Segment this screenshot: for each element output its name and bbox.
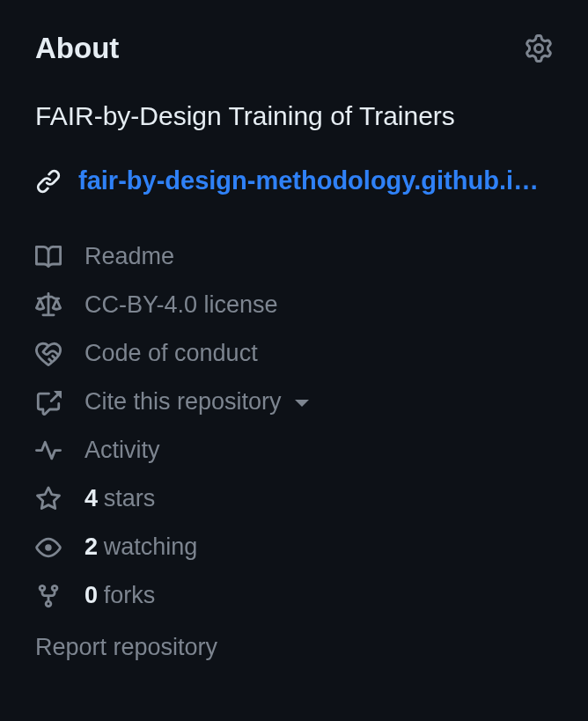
forks-link[interactable]: 0forks [35, 571, 553, 620]
repo-description: FAIR-by-Design Training of Trainers [35, 99, 553, 133]
report-repository-link[interactable]: Report repository [35, 634, 553, 661]
settings-button[interactable] [525, 34, 553, 63]
gear-icon [525, 34, 553, 63]
watching-count: 2 [85, 533, 98, 560]
license-link[interactable]: CC-BY-4.0 license [35, 281, 553, 329]
stars-link[interactable]: 4stars [35, 475, 553, 523]
conduct-label: Code of conduct [85, 340, 258, 367]
pulse-icon [35, 438, 63, 464]
about-title: About [35, 32, 119, 65]
book-icon [35, 244, 63, 270]
readme-link[interactable]: Readme [35, 232, 553, 281]
activity-label: Activity [85, 437, 160, 464]
cite-label: Cite this repository [85, 388, 282, 415]
homepage-link[interactable]: fair-by-design-methodology.github.io/… [78, 166, 553, 195]
law-icon [35, 292, 63, 319]
watching-label: watching [104, 533, 198, 560]
watching-link[interactable]: 2watching [35, 523, 553, 571]
cite-button[interactable]: Cite this repository [35, 378, 553, 426]
forks-count: 0 [85, 582, 98, 608]
activity-link[interactable]: Activity [35, 426, 553, 475]
cross-reference-icon [35, 389, 63, 416]
link-icon [35, 168, 62, 195]
eye-icon [35, 534, 63, 561]
readme-label: Readme [85, 243, 174, 270]
stars-label: stars [104, 485, 156, 511]
code-of-conduct-icon [35, 341, 63, 367]
stars-count: 4 [85, 485, 98, 511]
repo-forked-icon [35, 583, 63, 609]
forks-label: forks [104, 582, 156, 608]
star-icon [35, 486, 63, 512]
chevron-down-icon [295, 400, 309, 407]
homepage-link-row: fair-by-design-methodology.github.io/… [35, 166, 553, 195]
conduct-link[interactable]: Code of conduct [35, 329, 553, 378]
about-meta-list: Readme CC-BY-4.0 license Code of conduct… [35, 232, 553, 620]
about-header: About [35, 32, 553, 65]
license-label: CC-BY-4.0 license [85, 291, 278, 319]
